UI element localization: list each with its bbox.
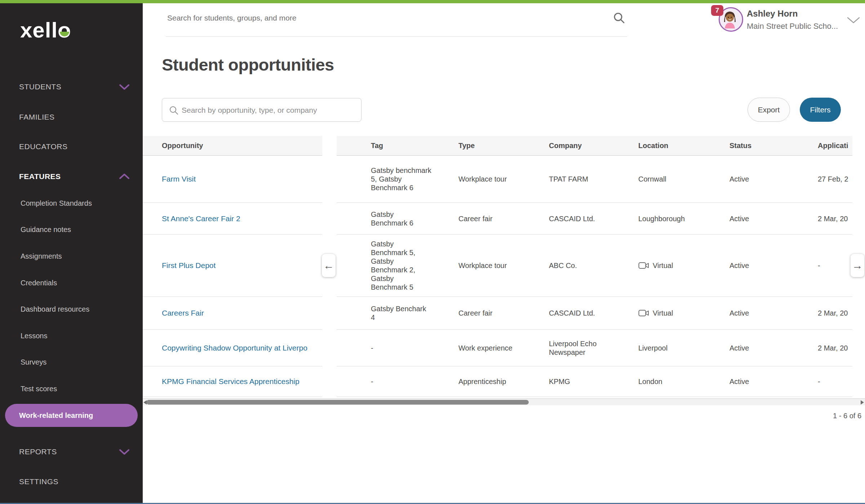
company-cell: KPMG — [549, 377, 599, 386]
column-header-application[interactable]: Applicati — [818, 142, 852, 150]
table-row[interactable]: St Anne's Career Fair 2Gatsby Benchmark … — [143, 203, 865, 235]
table-header: Opportunity Tag Type Company Location St… — [143, 136, 865, 156]
status-cell: Active — [729, 377, 784, 386]
column-header-type[interactable]: Type — [458, 142, 475, 150]
video-camera-icon — [638, 309, 649, 317]
column-header-company[interactable]: Company — [549, 142, 582, 150]
xello-logo[interactable]: xello — [20, 18, 71, 43]
opportunity-link[interactable]: Farm Visit — [162, 175, 322, 183]
notification-badge[interactable]: 7 — [711, 5, 723, 16]
sidebar-item-label: SETTINGS — [19, 477, 58, 486]
sidebar-item-label: REPORTS — [19, 447, 57, 456]
logo-last-letter: o — [58, 18, 71, 43]
filters-button[interactable]: Filters — [800, 98, 841, 122]
chevron-down-icon[interactable] — [846, 16, 861, 24]
global-search-input[interactable]: Search for students, groups, and more — [167, 14, 296, 22]
scrollbar-right-arrow-icon[interactable] — [861, 400, 864, 405]
status-cell: Active — [729, 309, 784, 317]
column-header-location[interactable]: Location — [638, 142, 668, 150]
company-cell: CASCAID Ltd. — [549, 214, 599, 223]
location-cell: Cornwall — [638, 175, 718, 183]
sidebar-item-surveys[interactable]: Surveys — [0, 353, 143, 371]
status-cell: Active — [729, 175, 784, 183]
table-row[interactable]: KPMG Financial Services Apprenticeship-A… — [143, 366, 865, 397]
sidebar-item-educators[interactable]: EDUCATORS — [0, 137, 143, 156]
type-cell: Work experience — [458, 344, 513, 352]
opportunity-link[interactable]: St Anne's Career Fair 2 — [162, 214, 322, 223]
sidebar-item-label: FAMILIES — [19, 113, 55, 121]
tag-cell: Gatsby Benchark 4 — [371, 304, 432, 322]
sidebar-item-dashboard-resources[interactable]: Dashboard resources — [0, 300, 143, 318]
chevron-down-icon — [119, 84, 130, 90]
sidebar-item-credentials[interactable]: Credentials — [0, 274, 143, 292]
column-header-tag[interactable]: Tag — [371, 142, 383, 150]
opportunity-link[interactable]: First Plus Depot — [162, 261, 322, 270]
sidebar: xello STUDENTSFAMILIESEDUCATORSFEATURESC… — [0, 3, 143, 504]
location-text: London — [638, 377, 662, 386]
location-cell: Liverpool — [638, 344, 718, 352]
pagination-label: 1 - 6 of 6 — [833, 412, 861, 420]
table-row[interactable]: Copywriting Shadow Opportunity at Liverp… — [143, 330, 865, 366]
tag-cell: - — [371, 344, 432, 352]
search-icon — [169, 105, 179, 115]
sidebar-item-reports[interactable]: REPORTS — [0, 442, 143, 461]
sidebar-item-label: Lessons — [21, 332, 48, 340]
location-cell: Virtual — [638, 309, 718, 317]
scroll-left-button[interactable]: ← — [322, 254, 336, 277]
opportunity-search-input[interactable] — [181, 98, 359, 122]
sidebar-item-assignments[interactable]: Assignments — [0, 247, 143, 265]
table-row[interactable]: Careers FairGatsby Benchark 4Career fair… — [143, 297, 865, 330]
sidebar-item-label: Work-related learning — [19, 411, 93, 420]
main-content: Search for students, groups, and more 7 … — [143, 0, 865, 504]
sidebar-item-label: Dashboard resources — [21, 305, 89, 313]
sidebar-item-families[interactable]: FAMILIES — [0, 108, 143, 126]
status-cell: Active — [729, 344, 784, 352]
tag-cell: - — [371, 377, 432, 386]
sidebar-item-test-scores[interactable]: Test scores — [0, 380, 143, 398]
sidebar-item-students[interactable]: STUDENTS — [0, 77, 143, 96]
opportunity-link[interactable]: Copywriting Shadow Opportunity at Liverp… — [162, 344, 322, 352]
horizontal-scrollbar[interactable] — [143, 398, 865, 405]
opportunity-link[interactable]: Careers Fair — [162, 309, 322, 317]
location-cell: Virtual — [638, 261, 718, 270]
column-header-status[interactable]: Status — [729, 142, 751, 150]
export-button[interactable]: Export — [748, 98, 790, 122]
opportunity-link[interactable]: KPMG Financial Services Apprenticeship — [162, 377, 322, 386]
application-date-cell: 2 Mar, 20 — [818, 214, 852, 223]
table-row[interactable]: First Plus DepotGatsby Benchmark 5, Gats… — [143, 235, 865, 297]
sidebar-item-label: Surveys — [21, 358, 46, 366]
scrollbar-thumb[interactable] — [146, 400, 529, 405]
logo-text: xell — [20, 18, 58, 42]
sidebar-item-label: Test scores — [21, 385, 57, 393]
location-cell: London — [638, 377, 718, 386]
table-row[interactable]: Farm VisitGatsby benchmark 5, Gatsby Ben… — [143, 156, 865, 203]
location-text: Virtual — [653, 261, 673, 270]
tag-cell: Gatsby Benchmark 5, Gatsby Benchmark 2, … — [371, 240, 432, 291]
sidebar-item-label: Guidance notes — [21, 226, 71, 234]
search-icon[interactable] — [613, 12, 626, 24]
chevron-up-icon — [119, 173, 130, 180]
column-header-opportunity[interactable]: Opportunity — [162, 142, 322, 150]
top-accent-bar — [0, 0, 865, 3]
sidebar-item-work-related-learning[interactable]: Work-related learning — [5, 404, 138, 427]
sidebar-item-label: Credentials — [21, 279, 57, 287]
sidebar-item-label: STUDENTS — [19, 82, 61, 91]
chevron-down-icon — [119, 449, 130, 455]
company-cell: Liverpool Echo Newspaper — [549, 339, 599, 357]
type-cell: Workplace tour — [458, 261, 513, 270]
application-date-cell: 2 Mar, 20 — [818, 309, 852, 317]
sidebar-item-lessons[interactable]: Lessons — [0, 327, 143, 345]
sidebar-item-label: EDUCATORS — [19, 142, 67, 151]
table-body: Farm VisitGatsby benchmark 5, Gatsby Ben… — [143, 156, 865, 397]
type-cell: Workplace tour — [458, 175, 513, 183]
sidebar-item-features[interactable]: FEATURES — [0, 167, 143, 186]
video-camera-icon — [638, 262, 649, 269]
sidebar-item-label: Assignments — [21, 252, 62, 260]
app-window: xello STUDENTSFAMILIESEDUCATORSFEATURESC… — [0, 0, 865, 504]
sidebar-item-guidance-notes[interactable]: Guidance notes — [0, 220, 143, 238]
tag-cell: Gatsby Benchmark 6 — [371, 210, 432, 227]
application-date-cell: - — [818, 261, 852, 270]
scroll-right-button[interactable]: → — [851, 254, 864, 277]
sidebar-item-settings[interactable]: SETTINGS — [0, 472, 143, 491]
sidebar-item-completion-standards[interactable]: Completion Standards — [0, 194, 143, 212]
